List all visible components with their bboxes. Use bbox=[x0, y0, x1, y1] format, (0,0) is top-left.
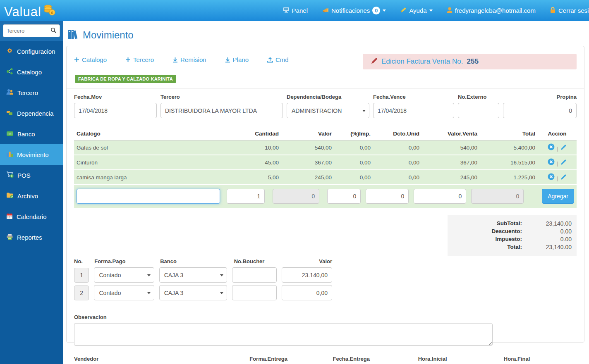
no-externo-input[interactable] bbox=[458, 103, 499, 118]
nav-help-label: Ayuda bbox=[409, 7, 426, 14]
sidebar-item-tercero[interactable]: Tercero bbox=[0, 82, 63, 103]
upload-icon bbox=[267, 57, 273, 63]
delete-row-icon[interactable] bbox=[548, 160, 555, 167]
sidebar-item-dependencia[interactable]: Dependencia bbox=[0, 103, 63, 124]
cell-cantidad: 45,00 bbox=[237, 155, 281, 170]
coins-icon: $ bbox=[42, 3, 56, 18]
boucher-input[interactable] bbox=[232, 267, 277, 283]
new-valor-venta-input[interactable] bbox=[414, 189, 466, 204]
boxes-icon bbox=[6, 109, 13, 117]
plus-icon bbox=[74, 57, 79, 62]
fecha-mov-input[interactable] bbox=[74, 103, 157, 118]
cell-valor-venta: 245,00 bbox=[422, 170, 480, 185]
sidebar-item-label: POS bbox=[17, 172, 31, 179]
sidebar-item-movimiento[interactable]: Movimiento bbox=[0, 144, 63, 165]
pay-col-boucher: No.Boucher bbox=[234, 258, 278, 264]
cmd-link[interactable]: Cmd bbox=[267, 56, 289, 63]
table-row: camisa manga larga 5,00 245,00 0,00 0,00… bbox=[74, 170, 577, 185]
new-tercero-link[interactable]: Tercero bbox=[125, 56, 154, 63]
dependencia-select[interactable]: ADMINISTRACION bbox=[287, 103, 369, 118]
impuesto-value: 0.00 bbox=[522, 236, 572, 243]
toolbar: Catalogo Tercero Remision Plano Cmd bbox=[74, 53, 577, 72]
payments-table: No. Forma.Pago Banco No.Boucher Valor 1 … bbox=[74, 257, 332, 308]
cell-dcto: 0,00 bbox=[373, 140, 422, 155]
nav-logout-label: Cerrar sesión bbox=[558, 7, 589, 14]
table-row: Gafas de sol 10,00 540,00 0,00 0,00 540,… bbox=[74, 140, 577, 155]
sidebar-item-pos[interactable]: POS bbox=[0, 165, 63, 186]
edit-row-icon[interactable] bbox=[560, 160, 567, 167]
nav-notifications[interactable]: Notificaciones 0 bbox=[322, 7, 386, 14]
folder-icon bbox=[6, 192, 14, 200]
lock-icon bbox=[550, 7, 556, 14]
svg-text:$: $ bbox=[51, 11, 53, 15]
subtotal-value: 23,140.00 bbox=[522, 220, 572, 227]
sidebar-item-archivo[interactable]: Archivo bbox=[0, 186, 63, 206]
plano-link[interactable]: Plano bbox=[225, 56, 249, 63]
forma-pago-select[interactable]: Contado bbox=[94, 285, 154, 300]
share-nodes-icon bbox=[6, 68, 13, 76]
banco-select[interactable]: CAJA 3 bbox=[159, 285, 227, 300]
hora-final-label: Hora.Final bbox=[504, 356, 577, 362]
pay-col-valor: Valor bbox=[283, 258, 332, 264]
banco-select[interactable]: CAJA 3 bbox=[159, 267, 227, 283]
hora-inicial-label: Hora.Inicial bbox=[418, 356, 491, 362]
pencil-red-icon bbox=[371, 57, 378, 66]
pay-valor-input[interactable] bbox=[282, 267, 332, 283]
tercero-search-input[interactable] bbox=[3, 24, 47, 37]
sidebar-item-label: Banco bbox=[17, 131, 35, 138]
nav-logout[interactable]: Cerrar sesión bbox=[550, 7, 589, 14]
sidebar-item-label: Calendario bbox=[17, 213, 47, 220]
boucher-input[interactable] bbox=[232, 285, 277, 300]
nav-user[interactable]: fredyrangelcba@hotmail.com bbox=[447, 7, 536, 14]
sidebar-item-configuracion[interactable]: Configuracion bbox=[0, 41, 63, 62]
new-catalogo-link[interactable]: Catalogo bbox=[74, 56, 107, 63]
fecha-vence-input[interactable] bbox=[373, 103, 454, 118]
new-imp-input[interactable] bbox=[327, 189, 361, 204]
svg-text:$: $ bbox=[10, 132, 11, 135]
sidebar-item-reportes[interactable]: Reportes bbox=[0, 227, 63, 247]
sidebar-item-banco[interactable]: $ Banco bbox=[0, 124, 63, 144]
remision-link[interactable]: Remision bbox=[172, 56, 206, 63]
new-catalogo-input[interactable] bbox=[77, 189, 220, 204]
vendedor-label: Vendedor bbox=[74, 356, 236, 362]
link-label: Catalogo bbox=[82, 56, 107, 63]
link-label: Plano bbox=[233, 56, 249, 63]
forma-pago-select[interactable]: Contado bbox=[94, 267, 154, 283]
printer-icon bbox=[6, 233, 13, 241]
plus-icon bbox=[125, 57, 131, 62]
sidebar-item-calendario[interactable]: Calendario bbox=[0, 206, 63, 227]
nav-help[interactable]: Ayuda bbox=[400, 7, 432, 14]
col-cantidad: Cantidad bbox=[237, 127, 281, 140]
sidebar-item-catalogo[interactable]: Catalogo bbox=[0, 62, 63, 82]
edit-row-icon[interactable] bbox=[560, 145, 567, 152]
divider bbox=[67, 88, 584, 89]
cell-valor-venta: 367,00 bbox=[422, 155, 480, 170]
new-cantidad-input[interactable] bbox=[227, 189, 265, 204]
tercero-input[interactable] bbox=[160, 103, 283, 118]
link-label: Remision bbox=[180, 56, 206, 63]
sidebar-item-label: Dependencia bbox=[17, 110, 53, 117]
descuento-value: 0.00 bbox=[522, 228, 572, 235]
brand-logo[interactable]: Valual $ bbox=[0, 3, 56, 18]
delete-row-icon[interactable] bbox=[548, 175, 555, 181]
nav-notifications-label: Notificaciones bbox=[331, 7, 370, 14]
megaphone-icon bbox=[322, 7, 329, 14]
observacion-textarea[interactable] bbox=[74, 323, 493, 346]
forma-entrega-label: Forma.Entrega bbox=[249, 356, 318, 362]
pencil-yellow-icon bbox=[400, 7, 407, 14]
pay-no: 2 bbox=[74, 285, 89, 300]
new-dcto-input[interactable] bbox=[366, 189, 409, 204]
nav-panel[interactable]: Panel bbox=[283, 7, 308, 14]
cart-icon bbox=[6, 171, 14, 179]
pay-valor-input[interactable] bbox=[282, 285, 332, 300]
cell-valor: 540,00 bbox=[281, 140, 334, 155]
search-button[interactable] bbox=[47, 24, 60, 37]
top-navbar: Valual $ Panel Notificaciones 0 bbox=[0, 0, 589, 21]
delete-row-icon[interactable] bbox=[548, 145, 555, 152]
propina-input[interactable] bbox=[503, 103, 577, 118]
edit-row-icon[interactable] bbox=[560, 175, 567, 181]
nav-panel-label: Panel bbox=[292, 7, 308, 14]
sidebar-item-label: Reportes bbox=[17, 234, 42, 241]
pay-col-banco: Banco bbox=[160, 258, 229, 264]
agregar-button[interactable]: Agregar bbox=[542, 189, 574, 204]
